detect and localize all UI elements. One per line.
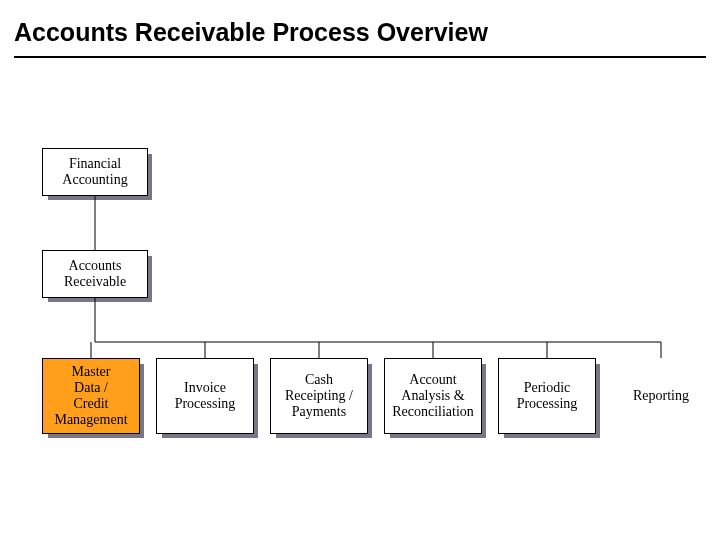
node-label: Periodic Processing: [517, 380, 578, 412]
node-label: Accounts Receivable: [64, 258, 126, 290]
node-label: Reporting: [633, 388, 689, 404]
node-label: Master Data / Credit Management: [54, 364, 127, 428]
node-master-data-credit-management: Master Data / Credit Management: [42, 358, 140, 434]
node-reporting: Reporting: [612, 358, 710, 434]
node-label: Cash Receipting / Payments: [285, 372, 353, 420]
node-financial-accounting: Financial Accounting: [42, 148, 148, 196]
node-accounts-receivable: Accounts Receivable: [42, 250, 148, 298]
node-label: Financial Accounting: [62, 156, 127, 188]
node-account-analysis-reconciliation: Account Analysis & Reconciliation: [384, 358, 482, 434]
node-cash-receipting-payments: Cash Receipting / Payments: [270, 358, 368, 434]
page-title-text: Accounts Receivable Process Overview: [14, 18, 488, 46]
title-rule: [14, 56, 706, 58]
page-title: Accounts Receivable Process Overview: [14, 18, 488, 47]
node-invoice-processing: Invoice Processing: [156, 358, 254, 434]
node-label: Account Analysis & Reconciliation: [392, 372, 474, 420]
node-label: Invoice Processing: [175, 380, 236, 412]
node-periodic-processing: Periodic Processing: [498, 358, 596, 434]
